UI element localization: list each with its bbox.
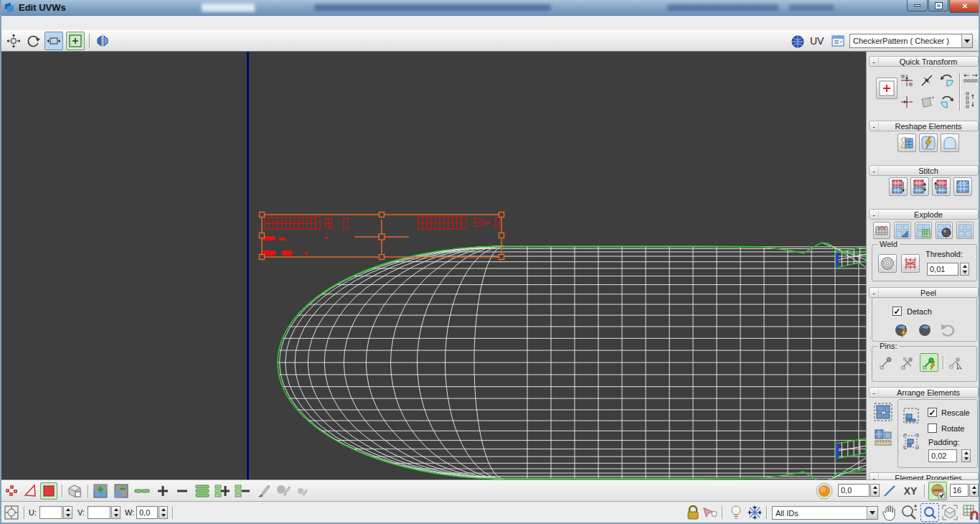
maximize-button[interactable]: [928, 0, 948, 11]
stitch-custom-button[interactable]: [889, 177, 908, 196]
rollout-stitch[interactable]: - Stitch: [869, 165, 979, 176]
w-spinner[interactable]: [159, 506, 168, 519]
space-horizontal-button[interactable]: [962, 72, 979, 85]
pack-custom-button[interactable]: [902, 432, 920, 451]
collapse-icon[interactable]: -: [870, 122, 879, 131]
scale-tool-button[interactable]: [44, 32, 63, 50]
falloff-spinner[interactable]: [870, 484, 880, 497]
collapse-icon[interactable]: -: [870, 289, 879, 297]
break-by-material-button[interactable]: [915, 222, 932, 239]
align-horizontal-button[interactable]: [898, 72, 915, 89]
quick-peel-button[interactable]: [892, 320, 911, 339]
paint-grow-button[interactable]: [275, 482, 292, 500]
edge-mode-button[interactable]: [22, 482, 39, 500]
space-vertical-button[interactable]: [964, 90, 977, 111]
v-spinner[interactable]: [111, 506, 121, 519]
uvw-space-globe-icon[interactable]: [791, 34, 805, 49]
vertex-mode-button[interactable]: [3, 482, 20, 500]
limit-value-field[interactable]: 16: [950, 484, 969, 497]
move-tool-button[interactable]: [4, 32, 23, 50]
collapse-icon[interactable]: -: [870, 474, 879, 480]
pack-elements-button[interactable]: [873, 402, 893, 422]
rollout-arrange-elements[interactable]: - Arrange Elements: [869, 387, 979, 398]
freeform-mode-button[interactable]: [66, 32, 85, 50]
align-to-edge-button[interactable]: [918, 72, 936, 89]
break-by-angle-button[interactable]: [894, 222, 911, 239]
flatten-mapping-button[interactable]: [873, 222, 890, 239]
material-id-dropdown[interactable]: All IDs: [772, 506, 878, 520]
peel-mode-button[interactable]: [915, 320, 934, 339]
zoom-extents-button[interactable]: [941, 503, 959, 522]
material-id-arrow-icon[interactable]: [867, 507, 877, 519]
limit-spinner[interactable]: [969, 484, 979, 497]
shrink-selection-button[interactable]: [113, 482, 130, 500]
pan-hand-button[interactable]: [881, 503, 900, 522]
falloff-circle-icon[interactable]: [815, 482, 834, 500]
relax-until-flat-button[interactable]: [941, 134, 959, 152]
break-by-smoothing-button[interactable]: [936, 222, 953, 239]
threshold-field[interactable]: 0,01: [927, 263, 958, 276]
edge-ring-button[interactable]: [194, 482, 211, 500]
pin-button[interactable]: [877, 353, 895, 372]
threshold-spinner[interactable]: [960, 263, 969, 276]
zoom-button[interactable]: [900, 503, 918, 522]
texture-dropdown[interactable]: CheckerPattern ( Checker ): [849, 34, 973, 48]
ring-grow-button[interactable]: [214, 482, 231, 500]
collapse-icon[interactable]: -: [870, 388, 879, 397]
uv-space-label[interactable]: UV: [810, 35, 824, 47]
limit-edges-button[interactable]: [928, 482, 947, 500]
padding-spinner[interactable]: [961, 449, 971, 462]
pin-active-button[interactable]: [920, 353, 938, 372]
falloff-curve-button[interactable]: [881, 482, 898, 500]
snowflake-freeze-button[interactable]: [746, 504, 763, 521]
uv-editor-canvas[interactable]: [1, 52, 866, 479]
falloff-space-button[interactable]: XY: [900, 482, 921, 500]
detach-checkbox[interactable]: ✓: [892, 307, 902, 316]
uv-mesh-view[interactable]: [1, 52, 866, 479]
rotate-cw-button[interactable]: [938, 93, 956, 111]
u-field[interactable]: [39, 506, 62, 519]
lock-selection-button[interactable]: [684, 504, 702, 521]
grow-selection-button[interactable]: [92, 482, 109, 500]
edge-loop-button[interactable]: [133, 482, 151, 500]
w-field[interactable]: 0,0: [136, 506, 158, 519]
collapse-icon[interactable]: -: [870, 210, 879, 219]
reset-peel-button[interactable]: [938, 320, 957, 339]
u-spinner[interactable]: [63, 506, 72, 519]
rescale-checkbox[interactable]: ✓: [928, 408, 937, 417]
rotate-tool-button[interactable]: [24, 32, 43, 50]
pivot-preview-button[interactable]: [876, 78, 897, 99]
stitch-average-button[interactable]: [910, 177, 929, 196]
weld-selected-button[interactable]: [901, 254, 920, 273]
pin-tool-button[interactable]: [947, 353, 966, 372]
rotate-checkbox[interactable]: [928, 424, 937, 433]
v-field[interactable]: [88, 506, 110, 519]
falloff-value-field[interactable]: 0,0: [838, 484, 870, 497]
absolute-mode-button[interactable]: [3, 504, 20, 521]
straighten-selection-button[interactable]: [897, 134, 916, 152]
mirror-tool-button[interactable]: [93, 32, 112, 50]
select-element-button[interactable]: [66, 482, 83, 500]
rotate-free-button[interactable]: [918, 93, 936, 111]
minimize-button[interactable]: [907, 0, 928, 11]
zoom-region-button[interactable]: [920, 503, 939, 522]
relax-button[interactable]: [919, 134, 938, 152]
texture-dropdown-arrow-icon[interactable]: [961, 34, 972, 47]
rescale-elements-button[interactable]: [873, 428, 893, 448]
pack-normalize-button[interactable]: [902, 406, 920, 425]
break-button[interactable]: [956, 222, 974, 239]
align-vertical-button[interactable]: [898, 93, 915, 111]
zoom-to-gizmo-button[interactable]: [961, 503, 980, 522]
highlight-selection-button[interactable]: [702, 504, 719, 521]
rollout-reshape-elements[interactable]: - Reshape Elements: [869, 121, 979, 131]
paint-shrink-button[interactable]: [294, 482, 311, 500]
rollout-peel[interactable]: - Peel: [869, 287, 979, 298]
rollout-quick-transform[interactable]: - Quick Transform: [869, 56, 979, 67]
options-dialog-icon[interactable]: [831, 35, 844, 47]
stitch-source-button[interactable]: [932, 177, 951, 196]
title-bar[interactable]: Edit UVWs ✕: [1, 0, 980, 16]
unpin-button[interactable]: [898, 353, 917, 372]
target-weld-button[interactable]: [878, 254, 897, 273]
polygon-mode-button[interactable]: [40, 482, 57, 500]
rollout-explode[interactable]: - Explode: [869, 209, 979, 220]
